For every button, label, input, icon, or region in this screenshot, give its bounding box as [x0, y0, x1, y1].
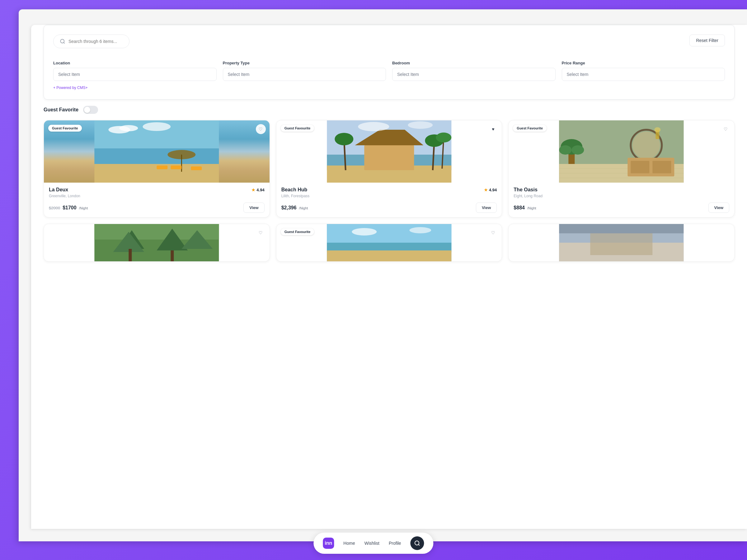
svg-rect-48 [129, 249, 132, 261]
search-fab-icon [414, 540, 420, 546]
view-button-1[interactable]: View [243, 203, 264, 213]
heart-button-4[interactable]: ♡ [256, 228, 266, 238]
property-card-3: Guest Favourite ♡ The Oasis Eight, Long … [508, 120, 735, 217]
guest-favourite-badge-3: Guest Favourite [513, 125, 546, 132]
svg-point-55 [409, 227, 431, 233]
svg-point-23 [358, 122, 389, 131]
nav-wishlist[interactable]: Wishlist [364, 541, 380, 546]
svg-point-41 [654, 127, 661, 132]
property-type-select[interactable]: Select Item [223, 68, 386, 81]
svg-rect-53 [327, 250, 451, 261]
bedroom-label: Bedroom [392, 61, 556, 65]
guest-favourite-badge-1: Guest Favourite [48, 125, 82, 132]
nav-home[interactable]: Home [343, 541, 355, 546]
card-location-2: Lilith, Forestpass [281, 194, 497, 198]
star-icon-1: ★ [252, 188, 255, 192]
svg-rect-49 [171, 250, 174, 261]
card-rating-2: ★ 4.94 [484, 188, 497, 192]
card-image-1: Guest Favourite ♡ [44, 121, 269, 183]
svg-point-10 [119, 125, 138, 131]
forest-scene-svg [44, 224, 269, 261]
app-container: Reset Filter Location Select Item Proper… [19, 9, 747, 541]
svg-point-18 [335, 133, 353, 145]
svg-point-39 [572, 145, 584, 155]
svg-point-11 [143, 122, 171, 131]
price-original-1: $2000 [49, 206, 60, 210]
search-bar-container [53, 34, 129, 48]
card-price-3: $884 /Night [514, 205, 536, 211]
cards-grid-row2: ♡ Guest Favourite [44, 224, 735, 262]
cards-section: Guest Favourite ♡ La Deux ★ 4.94 Greenvi… [44, 120, 735, 262]
location-filter-group: Location Select Item [53, 61, 216, 81]
card-footer-3: $884 /Night View [514, 203, 729, 213]
guest-favourite-badge-2: Guest Favourite [281, 125, 314, 132]
nav-profile[interactable]: Profile [389, 541, 401, 546]
svg-point-54 [352, 228, 377, 236]
property-card-5: Guest Favourite ♡ [276, 224, 503, 262]
price-per-night-2: /Night [299, 206, 308, 210]
price-per-night-3: /Night [527, 206, 536, 210]
guest-favorite-toggle[interactable] [83, 106, 98, 114]
reset-filter-button[interactable]: Reset Filter [689, 34, 725, 46]
logo-text: inn [325, 540, 332, 546]
heart-button-1[interactable]: ♡ [256, 124, 266, 134]
svg-rect-59 [559, 224, 684, 233]
search-icon [60, 38, 66, 44]
property-card-4: ♡ [44, 224, 270, 262]
svg-rect-58 [590, 233, 653, 255]
card-title-2: Beach Hub [281, 187, 308, 193]
card-title-row-3: The Oasis [514, 187, 729, 193]
card-footer-1: $2000 $1700 /Night View [49, 203, 264, 213]
indoor-scene-svg [509, 224, 734, 261]
svg-point-0 [60, 39, 64, 43]
filter-section: Reset Filter Location Select Item Proper… [44, 25, 735, 100]
card-title-row-2: Beach Hub ★ 4.94 [281, 187, 497, 193]
svg-rect-35 [653, 161, 671, 173]
view-button-3[interactable]: View [709, 203, 729, 213]
heart-button-3[interactable]: ♡ [721, 124, 730, 134]
guest-favorite-row: Guest Favorite [44, 106, 735, 114]
card-footer-2: $2,396 /Night View [281, 203, 497, 213]
search-input[interactable] [69, 39, 123, 44]
location-select[interactable]: Select Item [53, 68, 216, 81]
card-image-6 [509, 224, 734, 261]
card-image-5: Guest Favourite ♡ [276, 224, 502, 261]
card-body-3: The Oasis Eight, Long Road $884 /Night V… [509, 183, 734, 217]
bedroom-select[interactable]: Select Item [392, 68, 556, 81]
filter-header: Reset Filter [53, 34, 725, 56]
price-current-2: $2,396 [281, 205, 297, 211]
rating-value-2: 4.94 [489, 188, 497, 192]
star-icon-2: ★ [484, 188, 488, 192]
card-title-row-1: La Deux ★ 4.94 [49, 187, 264, 193]
price-range-filter-group: Price Range Select Item [562, 61, 725, 81]
guest-favorite-label: Guest Favorite [44, 107, 78, 113]
card-image-2: Guest Favourite ♥ [276, 121, 502, 183]
card-location-3: Eight, Long Road [514, 194, 729, 198]
svg-point-60 [415, 541, 419, 545]
toggle-thumb [84, 107, 90, 113]
cards-grid-row1: Guest Favourite ♡ La Deux ★ 4.94 Greenvi… [44, 120, 735, 217]
card-rating-1: ★ 4.94 [252, 188, 264, 192]
card-price-2: $2,396 /Night [281, 205, 308, 211]
property-type-filter-group: Property Type Select Item [223, 61, 386, 81]
property-type-label: Property Type [223, 61, 386, 65]
card-image-3: Guest Favourite ♡ [509, 121, 734, 183]
location-label: Location [53, 61, 216, 65]
view-button-2[interactable]: View [476, 203, 497, 213]
property-card-6 [508, 224, 735, 262]
price-range-select[interactable]: Select Item [562, 68, 725, 81]
inner-container: Reset Filter Location Select Item Proper… [31, 25, 747, 529]
svg-rect-8 [191, 166, 202, 170]
svg-point-22 [436, 133, 451, 142]
search-fab-button[interactable] [411, 536, 424, 550]
svg-point-24 [408, 121, 433, 129]
svg-rect-51 [327, 224, 451, 243]
price-range-label: Price Range [562, 61, 725, 65]
guest-favourite-badge-5: Guest Favourite [281, 229, 314, 235]
bedroom-filter-group: Bedroom Select Item [392, 61, 556, 81]
card-body-1: La Deux ★ 4.94 Greenville, London $2000 … [44, 183, 269, 217]
card-price-1: $2000 $1700 /Night [49, 205, 88, 211]
price-per-night-1: /Night [79, 206, 88, 210]
card-title-1: La Deux [49, 187, 68, 193]
card-body-2: Beach Hub ★ 4.94 Lilith, Forestpass $2,3… [276, 183, 502, 217]
